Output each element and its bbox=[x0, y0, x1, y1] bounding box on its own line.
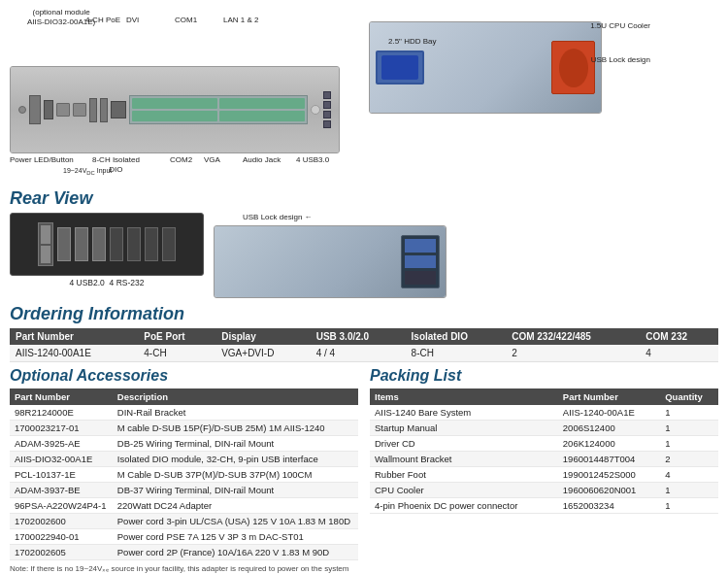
list-item: 1702002605Power cord 2P (France) 10A/16A… bbox=[10, 545, 358, 560]
pack-cell: 4-pin Phoenix DC power connector bbox=[370, 498, 558, 514]
list-item: AIIS-DIO32-00A1EIsolated DIO module, 32-… bbox=[10, 452, 358, 467]
side-device-box bbox=[369, 21, 602, 114]
pack-cell: 1 bbox=[660, 405, 718, 421]
ordering-cell: AIIS-1240-00A1E bbox=[10, 345, 138, 362]
pack-cell: 1652003234 bbox=[558, 498, 660, 514]
packing-table: Items Part Number Quantity AIIS-1240 Bar… bbox=[370, 388, 718, 514]
acc-cell: 98R2124000E bbox=[10, 405, 113, 421]
pack-cell: 2 bbox=[660, 452, 718, 467]
ordering-col-com1: COM 232/422/485 bbox=[506, 328, 640, 345]
ordering-cell: 4 / 4 bbox=[311, 345, 406, 362]
rear-diagram-area: 4 USB2.0 4 RS-232 bbox=[10, 213, 204, 287]
pack-cell: 1 bbox=[660, 421, 718, 436]
list-item: Driver CD206K1240001 bbox=[370, 436, 718, 452]
hdd-bay-label: 2.5" HDD Bay bbox=[388, 37, 437, 46]
power-led-label: Power LED/Button bbox=[10, 155, 74, 165]
acc-cell: Power cord PSE 7A 125 V 3P 3 m DAC-ST01 bbox=[113, 529, 358, 545]
cpu-cooler-label: 1.5U CPU Cooler bbox=[590, 21, 650, 31]
acc-cell: 1700022940-01 bbox=[10, 529, 113, 545]
ordering-col-display: Display bbox=[215, 328, 310, 345]
ordering-table: Part Number PoE Port Display USB 3.0/2.0… bbox=[10, 328, 718, 362]
ordering-col-part: Part Number bbox=[10, 328, 138, 345]
vga-label: VGA bbox=[204, 155, 220, 164]
acc-cell: DB-25 Wiring Terminal, DIN-rail Mount bbox=[113, 436, 358, 452]
acc-cell: 220Watt DC24 Adapter bbox=[113, 498, 358, 514]
acc-cell: ADAM-3937-BE bbox=[10, 483, 113, 498]
note-text: Note: If there is no 19~24Vₓₑ source in … bbox=[10, 564, 358, 573]
dvi-label: DVI bbox=[126, 16, 139, 24]
ordering-cell: VGA+DVI-D bbox=[215, 345, 310, 362]
pack-cell: 1 bbox=[660, 483, 718, 498]
list-item: 4-pin Phoenix DC power connector16520032… bbox=[370, 498, 718, 514]
acc-cell: DB-37 Wiring Terminal, DIN-rail Mount bbox=[113, 483, 358, 498]
pack-cell: CPU Cooler bbox=[370, 483, 558, 498]
acc-col-desc: Description bbox=[113, 388, 358, 405]
pack-col-part: Part Number bbox=[558, 388, 660, 405]
pack-cell: Rubber Foot bbox=[370, 467, 558, 483]
list-item: 1700022940-01Power cord PSE 7A 125 V 3P … bbox=[10, 529, 358, 545]
optional-accessories-header: Optional Accessories bbox=[10, 367, 358, 385]
acc-cell: AIIS-DIO32-00A1E bbox=[10, 452, 113, 467]
list-item: 98R2124000EDIN-Rail Bracket bbox=[10, 405, 358, 421]
acc-cell: PCL-10137-1E bbox=[10, 467, 113, 483]
pack-cell: 206K124000 bbox=[558, 436, 660, 452]
ordering-cell: 2 bbox=[506, 345, 640, 362]
acc-cell: Isolated DIO module, 32-CH, 9-pin USB in… bbox=[113, 452, 358, 467]
ch-poe-label: 4-CH PoE bbox=[85, 16, 120, 24]
ordering-col-poe: PoE Port bbox=[138, 328, 215, 345]
acc-cell: 1702002600 bbox=[10, 514, 113, 529]
pack-col-items: Items bbox=[370, 388, 558, 405]
pack-cell: Driver CD bbox=[370, 436, 558, 452]
acc-cell: Power cord 2P (France) 10A/16A 220 V 1.8… bbox=[113, 545, 358, 560]
acc-cell: M cable D-SUB 15P(F)/D-SUB 25M) 1M AIIS-… bbox=[113, 421, 358, 436]
usb30-label: 4 USB3.0 bbox=[296, 155, 329, 164]
list-item: 96PSA-A220W24P4-1220Watt DC24 Adapter bbox=[10, 498, 358, 514]
com2-label: COM2 bbox=[170, 155, 192, 164]
pack-cell: 1990012452S000 bbox=[558, 467, 660, 483]
pack-cell: 4 bbox=[660, 467, 718, 483]
lan-label: LAN 1 & 2 bbox=[223, 16, 258, 24]
input-label: 19~24VDC Input bbox=[63, 167, 112, 176]
front-device-diagram bbox=[10, 66, 340, 153]
pack-cell: Wallmount Bracket bbox=[370, 452, 558, 467]
optional-accessories-section: Optional Accessories Part Number Descrip… bbox=[10, 367, 358, 573]
acc-cell: M Cable D-SUB 37P(M)/D-SUB 37P(M) 100CM bbox=[113, 467, 358, 483]
pack-cell: 1960014487T004 bbox=[558, 452, 660, 467]
pack-cell: 1960060620N001 bbox=[558, 483, 660, 498]
list-item: Rubber Foot1990012452S0004 bbox=[370, 467, 718, 483]
rear-side-box bbox=[214, 225, 447, 298]
ordering-info-header: Ordering Information bbox=[10, 304, 718, 324]
acc-cell: ADAM-3925-AE bbox=[10, 436, 113, 452]
acc-cell: 1700023217-01 bbox=[10, 421, 113, 436]
ordering-col-dio: Isolated DIO bbox=[406, 328, 507, 345]
list-item: CPU Cooler1960060620N0011 bbox=[370, 483, 718, 498]
ordering-col-com2: COM 232 bbox=[640, 328, 718, 345]
pack-cell: Startup Manual bbox=[370, 421, 558, 436]
rear-view-section: Rear View bbox=[10, 188, 718, 298]
ordering-cell: 8-CH bbox=[406, 345, 507, 362]
list-item: ADAM-3925-AEDB-25 Wiring Terminal, DIN-r… bbox=[10, 436, 358, 452]
list-item: Startup Manual2006S124001 bbox=[370, 421, 718, 436]
packing-list-section: Packing List Items Part Number Quantity … bbox=[370, 367, 718, 573]
list-item: 1702002600Power cord 3-pin UL/CSA (USA) … bbox=[10, 514, 358, 529]
list-item: PCL-10137-1EM Cable D-SUB 37P(M)/D-SUB 3… bbox=[10, 467, 358, 483]
acc-col-part: Part Number bbox=[10, 388, 113, 405]
pack-cell: 1 bbox=[660, 498, 718, 514]
ordering-info-section: Ordering Information Part Number PoE Por… bbox=[10, 304, 718, 362]
usb-lock-label: USB Lock design bbox=[591, 55, 650, 64]
rear-device-box bbox=[10, 213, 204, 276]
acc-cell: 96PSA-A220W24P4-1 bbox=[10, 498, 113, 514]
list-item: ADAM-3937-BEDB-37 Wiring Terminal, DIN-r… bbox=[10, 483, 358, 498]
pack-cell: AIIS-1240 Bare System bbox=[370, 405, 558, 421]
pack-col-qty: Quantity bbox=[660, 388, 718, 405]
acc-cell: Power cord 3-pin UL/CSA (USA) 125 V 10A … bbox=[113, 514, 358, 529]
pack-cell: AIIS-1240-00A1E bbox=[558, 405, 660, 421]
front-view-diagram: (optional module AIIS-DIO32-00A1E) 4-CH … bbox=[10, 8, 359, 183]
acc-cell: DIN-Rail Bracket bbox=[113, 405, 358, 421]
list-item: 1700023217-01M cable D-SUB 15P(F)/D-SUB … bbox=[10, 421, 358, 436]
acc-cell: 1702002605 bbox=[10, 545, 113, 560]
side-view-diagram: 1.5U CPU Cooler USB Lock design bbox=[369, 8, 650, 183]
audio-jack-label: Audio Jack bbox=[243, 155, 281, 164]
pack-cell: 1 bbox=[660, 436, 718, 452]
pack-cell: 2006S12400 bbox=[558, 421, 660, 436]
